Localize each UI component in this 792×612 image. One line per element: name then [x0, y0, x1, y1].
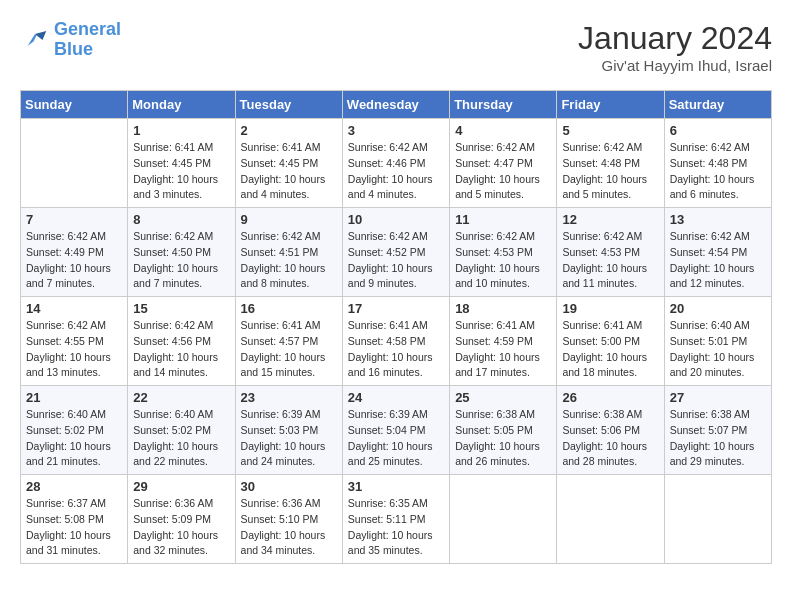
day-number: 18: [455, 301, 551, 316]
day-info: Sunrise: 6:41 AM Sunset: 4:57 PM Dayligh…: [241, 318, 337, 381]
day-number: 13: [670, 212, 766, 227]
day-number: 30: [241, 479, 337, 494]
day-info: Sunrise: 6:36 AM Sunset: 5:10 PM Dayligh…: [241, 496, 337, 559]
day-info: Sunrise: 6:42 AM Sunset: 4:54 PM Dayligh…: [670, 229, 766, 292]
day-number: 5: [562, 123, 658, 138]
day-info: Sunrise: 6:41 AM Sunset: 4:58 PM Dayligh…: [348, 318, 444, 381]
day-info: Sunrise: 6:42 AM Sunset: 4:48 PM Dayligh…: [670, 140, 766, 203]
day-info: Sunrise: 6:41 AM Sunset: 4:45 PM Dayligh…: [133, 140, 229, 203]
page-header: General Blue January 2024 Giv'at Hayyim …: [20, 20, 772, 74]
day-number: 1: [133, 123, 229, 138]
day-info: Sunrise: 6:42 AM Sunset: 4:56 PM Dayligh…: [133, 318, 229, 381]
location-subtitle: Giv'at Hayyim Ihud, Israel: [578, 57, 772, 74]
day-info: Sunrise: 6:42 AM Sunset: 4:46 PM Dayligh…: [348, 140, 444, 203]
calendar-cell: 23Sunrise: 6:39 AM Sunset: 5:03 PM Dayli…: [235, 386, 342, 475]
calendar-cell: 30Sunrise: 6:36 AM Sunset: 5:10 PM Dayli…: [235, 475, 342, 564]
calendar-cell: [21, 119, 128, 208]
calendar-cell: 20Sunrise: 6:40 AM Sunset: 5:01 PM Dayli…: [664, 297, 771, 386]
day-number: 12: [562, 212, 658, 227]
calendar-cell: 13Sunrise: 6:42 AM Sunset: 4:54 PM Dayli…: [664, 208, 771, 297]
calendar-cell: 26Sunrise: 6:38 AM Sunset: 5:06 PM Dayli…: [557, 386, 664, 475]
day-info: Sunrise: 6:35 AM Sunset: 5:11 PM Dayligh…: [348, 496, 444, 559]
day-info: Sunrise: 6:39 AM Sunset: 5:03 PM Dayligh…: [241, 407, 337, 470]
calendar-cell: 7Sunrise: 6:42 AM Sunset: 4:49 PM Daylig…: [21, 208, 128, 297]
calendar-cell: 10Sunrise: 6:42 AM Sunset: 4:52 PM Dayli…: [342, 208, 449, 297]
day-number: 31: [348, 479, 444, 494]
calendar-cell: 27Sunrise: 6:38 AM Sunset: 5:07 PM Dayli…: [664, 386, 771, 475]
month-title: January 2024: [578, 20, 772, 57]
day-number: 6: [670, 123, 766, 138]
day-number: 9: [241, 212, 337, 227]
day-info: Sunrise: 6:42 AM Sunset: 4:53 PM Dayligh…: [562, 229, 658, 292]
day-info: Sunrise: 6:42 AM Sunset: 4:53 PM Dayligh…: [455, 229, 551, 292]
day-info: Sunrise: 6:41 AM Sunset: 5:00 PM Dayligh…: [562, 318, 658, 381]
column-header-friday: Friday: [557, 91, 664, 119]
day-number: 4: [455, 123, 551, 138]
day-info: Sunrise: 6:41 AM Sunset: 4:59 PM Dayligh…: [455, 318, 551, 381]
day-number: 10: [348, 212, 444, 227]
column-header-sunday: Sunday: [21, 91, 128, 119]
calendar-cell: 18Sunrise: 6:41 AM Sunset: 4:59 PM Dayli…: [450, 297, 557, 386]
day-number: 26: [562, 390, 658, 405]
calendar-cell: 8Sunrise: 6:42 AM Sunset: 4:50 PM Daylig…: [128, 208, 235, 297]
calendar-cell: 24Sunrise: 6:39 AM Sunset: 5:04 PM Dayli…: [342, 386, 449, 475]
day-info: Sunrise: 6:38 AM Sunset: 5:07 PM Dayligh…: [670, 407, 766, 470]
column-header-monday: Monday: [128, 91, 235, 119]
day-info: Sunrise: 6:42 AM Sunset: 4:49 PM Dayligh…: [26, 229, 122, 292]
calendar-header-row: SundayMondayTuesdayWednesdayThursdayFrid…: [21, 91, 772, 119]
calendar-cell: 19Sunrise: 6:41 AM Sunset: 5:00 PM Dayli…: [557, 297, 664, 386]
day-info: Sunrise: 6:39 AM Sunset: 5:04 PM Dayligh…: [348, 407, 444, 470]
calendar-cell: 9Sunrise: 6:42 AM Sunset: 4:51 PM Daylig…: [235, 208, 342, 297]
calendar-table: SundayMondayTuesdayWednesdayThursdayFrid…: [20, 90, 772, 564]
title-block: January 2024 Giv'at Hayyim Ihud, Israel: [578, 20, 772, 74]
calendar-cell: 29Sunrise: 6:36 AM Sunset: 5:09 PM Dayli…: [128, 475, 235, 564]
calendar-cell: [450, 475, 557, 564]
calendar-cell: 4Sunrise: 6:42 AM Sunset: 4:47 PM Daylig…: [450, 119, 557, 208]
calendar-cell: 1Sunrise: 6:41 AM Sunset: 4:45 PM Daylig…: [128, 119, 235, 208]
day-info: Sunrise: 6:42 AM Sunset: 4:52 PM Dayligh…: [348, 229, 444, 292]
calendar-cell: 21Sunrise: 6:40 AM Sunset: 5:02 PM Dayli…: [21, 386, 128, 475]
day-info: Sunrise: 6:37 AM Sunset: 5:08 PM Dayligh…: [26, 496, 122, 559]
calendar-cell: 3Sunrise: 6:42 AM Sunset: 4:46 PM Daylig…: [342, 119, 449, 208]
column-header-tuesday: Tuesday: [235, 91, 342, 119]
day-info: Sunrise: 6:42 AM Sunset: 4:48 PM Dayligh…: [562, 140, 658, 203]
calendar-cell: 5Sunrise: 6:42 AM Sunset: 4:48 PM Daylig…: [557, 119, 664, 208]
day-number: 3: [348, 123, 444, 138]
day-number: 15: [133, 301, 229, 316]
day-info: Sunrise: 6:36 AM Sunset: 5:09 PM Dayligh…: [133, 496, 229, 559]
day-info: Sunrise: 6:40 AM Sunset: 5:02 PM Dayligh…: [26, 407, 122, 470]
calendar-week-row: 1Sunrise: 6:41 AM Sunset: 4:45 PM Daylig…: [21, 119, 772, 208]
column-header-wednesday: Wednesday: [342, 91, 449, 119]
calendar-cell: [664, 475, 771, 564]
calendar-week-row: 28Sunrise: 6:37 AM Sunset: 5:08 PM Dayli…: [21, 475, 772, 564]
column-header-saturday: Saturday: [664, 91, 771, 119]
calendar-cell: 12Sunrise: 6:42 AM Sunset: 4:53 PM Dayli…: [557, 208, 664, 297]
day-number: 2: [241, 123, 337, 138]
day-info: Sunrise: 6:40 AM Sunset: 5:02 PM Dayligh…: [133, 407, 229, 470]
calendar-week-row: 21Sunrise: 6:40 AM Sunset: 5:02 PM Dayli…: [21, 386, 772, 475]
day-number: 8: [133, 212, 229, 227]
day-info: Sunrise: 6:42 AM Sunset: 4:50 PM Dayligh…: [133, 229, 229, 292]
calendar-cell: 6Sunrise: 6:42 AM Sunset: 4:48 PM Daylig…: [664, 119, 771, 208]
day-info: Sunrise: 6:41 AM Sunset: 4:45 PM Dayligh…: [241, 140, 337, 203]
logo-icon: [20, 25, 50, 55]
day-number: 11: [455, 212, 551, 227]
day-info: Sunrise: 6:42 AM Sunset: 4:47 PM Dayligh…: [455, 140, 551, 203]
day-info: Sunrise: 6:40 AM Sunset: 5:01 PM Dayligh…: [670, 318, 766, 381]
day-info: Sunrise: 6:38 AM Sunset: 5:06 PM Dayligh…: [562, 407, 658, 470]
calendar-cell: 22Sunrise: 6:40 AM Sunset: 5:02 PM Dayli…: [128, 386, 235, 475]
calendar-cell: 28Sunrise: 6:37 AM Sunset: 5:08 PM Dayli…: [21, 475, 128, 564]
calendar-cell: 15Sunrise: 6:42 AM Sunset: 4:56 PM Dayli…: [128, 297, 235, 386]
day-number: 29: [133, 479, 229, 494]
calendar-cell: 16Sunrise: 6:41 AM Sunset: 4:57 PM Dayli…: [235, 297, 342, 386]
calendar-cell: 17Sunrise: 6:41 AM Sunset: 4:58 PM Dayli…: [342, 297, 449, 386]
calendar-cell: 2Sunrise: 6:41 AM Sunset: 4:45 PM Daylig…: [235, 119, 342, 208]
day-number: 21: [26, 390, 122, 405]
day-info: Sunrise: 6:42 AM Sunset: 4:55 PM Dayligh…: [26, 318, 122, 381]
day-number: 17: [348, 301, 444, 316]
day-number: 20: [670, 301, 766, 316]
calendar-cell: 25Sunrise: 6:38 AM Sunset: 5:05 PM Dayli…: [450, 386, 557, 475]
calendar-week-row: 7Sunrise: 6:42 AM Sunset: 4:49 PM Daylig…: [21, 208, 772, 297]
day-number: 25: [455, 390, 551, 405]
logo-text: General Blue: [54, 20, 121, 60]
